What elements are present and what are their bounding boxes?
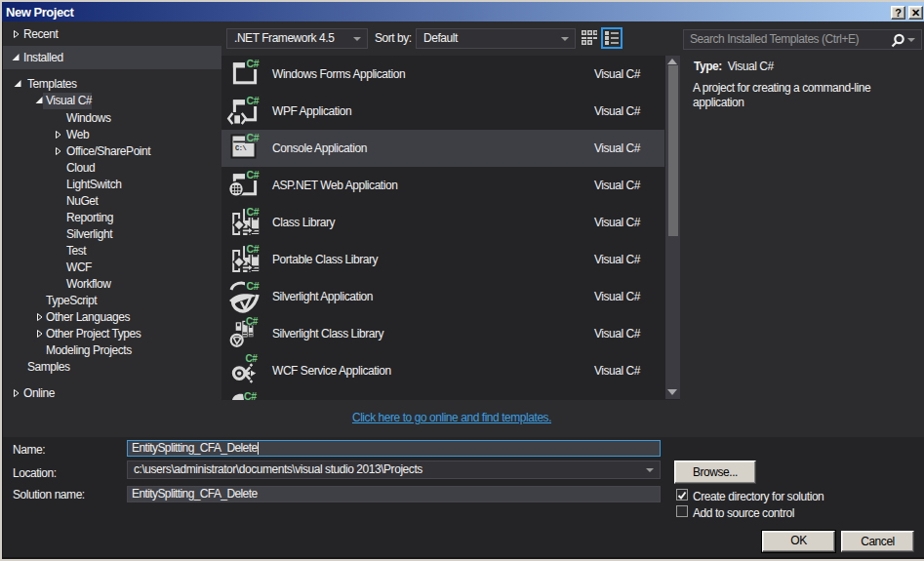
svg-text:C#: C#: [246, 316, 259, 327]
svg-text:C#: C#: [244, 391, 257, 400]
svg-text:C:\: C:\: [235, 144, 247, 152]
svg-text:C#: C#: [246, 353, 259, 364]
svg-text:C#: C#: [247, 280, 260, 292]
svg-text:C#: C#: [247, 169, 260, 180]
svg-text:C#: C#: [247, 95, 260, 106]
svg-text:C#: C#: [247, 206, 260, 218]
svg-text:C#: C#: [247, 58, 260, 69]
svg-text:C#: C#: [247, 243, 260, 255]
svg-text:C#: C#: [247, 132, 260, 143]
